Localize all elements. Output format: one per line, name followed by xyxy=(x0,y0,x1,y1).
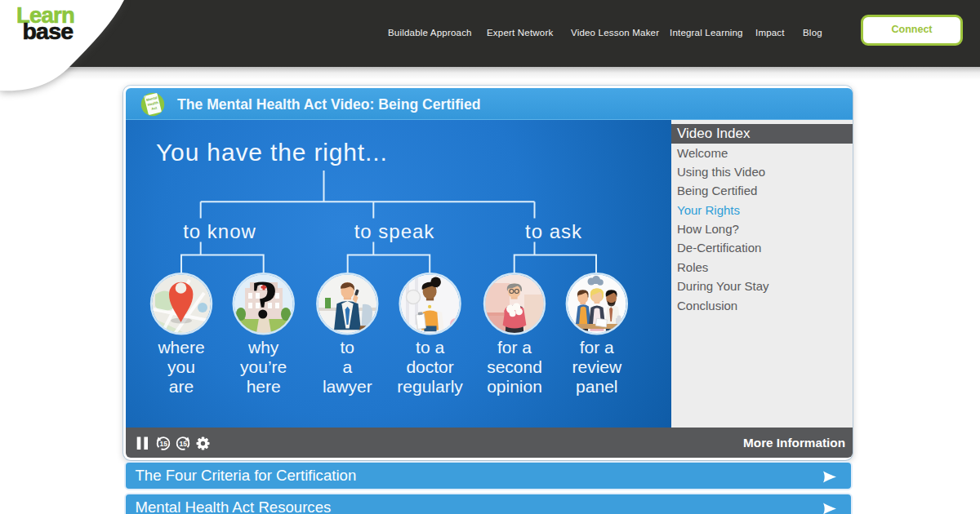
svg-text:to know: to know xyxy=(183,219,256,241)
svg-text:review: review xyxy=(572,357,622,376)
svg-text:you: you xyxy=(167,357,195,376)
svg-text:are: are xyxy=(169,376,194,395)
svg-text:lawyer: lawyer xyxy=(323,376,372,395)
svg-text:to: to xyxy=(341,338,355,357)
svg-text:a: a xyxy=(342,357,352,376)
svg-text:where: where xyxy=(157,338,204,357)
svg-text:?: ? xyxy=(251,268,278,330)
svg-text:you’re: you’re xyxy=(240,357,287,376)
svg-text:to speak: to speak xyxy=(354,219,435,241)
svg-text:regularly: regularly xyxy=(397,376,463,395)
svg-text:second: second xyxy=(487,357,542,376)
svg-text:15: 15 xyxy=(179,440,187,448)
svg-text:doctor: doctor xyxy=(406,357,453,376)
svg-text:for a: for a xyxy=(580,338,614,357)
svg-text:opinion: opinion xyxy=(487,376,542,395)
svg-text:to ask: to ask xyxy=(525,219,582,241)
svg-text:You have the right...: You have the right... xyxy=(156,138,388,165)
svg-text:here: here xyxy=(247,376,281,395)
svg-text:why: why xyxy=(247,338,279,357)
svg-text:15: 15 xyxy=(159,440,167,448)
svg-text:for a: for a xyxy=(497,338,532,357)
svg-text:to a: to a xyxy=(416,338,444,357)
svg-text:panel: panel xyxy=(576,376,617,395)
